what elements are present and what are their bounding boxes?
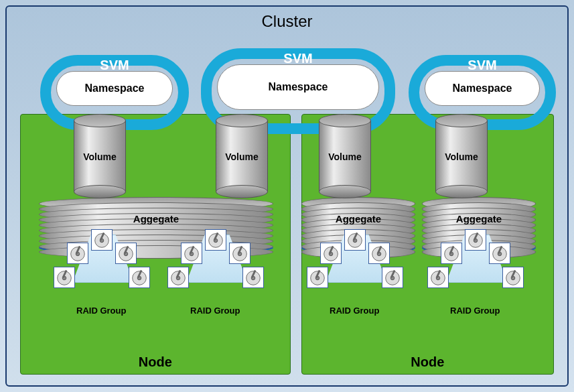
node-label: Node — [21, 354, 290, 370]
raid-label: RAID Group — [330, 306, 379, 316]
disk-icon — [441, 243, 462, 264]
volume-1: Volume — [74, 114, 126, 198]
namespace-pill: Namespace — [217, 64, 379, 110]
raid-group-1: RAID Group — [48, 237, 162, 318]
aggregate-label: Aggegate — [301, 213, 415, 224]
namespace-label: Namespace — [85, 82, 145, 94]
disk-icon — [382, 267, 403, 288]
volume-label: Volume — [216, 151, 268, 162]
disk-icon — [242, 267, 264, 288]
disk-icon — [465, 229, 486, 251]
cluster-title: Cluster — [7, 12, 567, 31]
namespace-pill: Namespace — [56, 71, 173, 106]
namespace-label: Namespace — [269, 81, 328, 93]
raid-label: RAID Group — [76, 306, 126, 316]
volume-4: Volume — [435, 114, 488, 198]
disk-icon — [205, 229, 226, 251]
raid-group-4: RAID Group — [422, 237, 536, 318]
disk-icon — [129, 267, 150, 288]
disk-icon — [344, 229, 366, 251]
disk-icon — [115, 243, 137, 264]
node-label: Node — [302, 354, 553, 370]
disk-icon — [502, 267, 524, 288]
volume-2: Volume — [216, 114, 268, 198]
volume-label: Volume — [319, 151, 371, 162]
raid-label: RAID Group — [190, 306, 240, 316]
disk-icon — [181, 243, 202, 264]
volume-label: Volume — [435, 151, 488, 162]
disk-icon — [489, 243, 510, 264]
disk-icon — [229, 243, 250, 264]
namespace-label: Namespace — [453, 82, 512, 94]
volume-3: Volume — [319, 114, 371, 198]
disk-icon — [167, 267, 189, 288]
namespace-pill: Namespace — [425, 71, 540, 106]
aggregate-label: Aggegate — [422, 213, 536, 224]
disk-icon — [91, 229, 113, 251]
disk-icon — [67, 243, 88, 264]
disk-icon — [427, 267, 449, 288]
disk-icon — [368, 243, 390, 264]
svm-label: SVM — [419, 58, 545, 68]
aggregate-label: Aggegate — [39, 213, 273, 224]
raid-label: RAID Group — [450, 306, 500, 316]
volume-label: Volume — [74, 151, 126, 162]
raid-group-3: RAID Group — [301, 237, 415, 318]
cluster-diagram: Cluster SVM Namespace SVM Namespace SVM … — [5, 5, 569, 387]
raid-group-2: RAID Group — [162, 237, 276, 318]
disk-icon — [307, 267, 328, 288]
disk-icon — [54, 267, 75, 288]
svm-label: SVM — [51, 58, 178, 68]
svm-label: SVM — [212, 51, 384, 62]
disk-icon — [320, 243, 342, 264]
